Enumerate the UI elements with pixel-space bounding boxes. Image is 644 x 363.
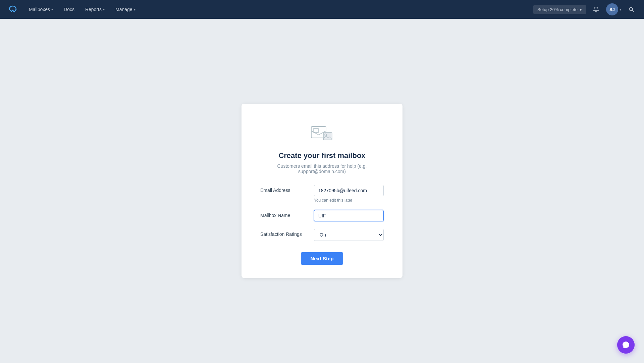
- nav-manage[interactable]: Manage ▾: [111, 4, 140, 15]
- mailbox-name-label: Mailbox Name: [260, 210, 314, 218]
- mailbox-name-input[interactable]: [314, 210, 384, 221]
- navbar: Mailboxes ▾ Docs Reports ▾ Manage ▾ Setu…: [0, 0, 644, 19]
- satisfaction-label: Satisfaction Ratings: [260, 229, 314, 237]
- svg-rect-2: [313, 128, 319, 133]
- create-mailbox-card: Create your first mailbox Customers emai…: [241, 104, 402, 278]
- nav-docs[interactable]: Docs: [59, 4, 79, 15]
- email-group: Email Address You can edit this later: [260, 185, 384, 203]
- chat-button[interactable]: [617, 336, 635, 354]
- satisfaction-select[interactable]: On Off: [314, 229, 384, 241]
- nav-mailboxes[interactable]: Mailboxes ▾: [24, 4, 58, 15]
- email-hint: You can edit this later: [314, 198, 384, 203]
- search-button[interactable]: [625, 3, 637, 15]
- avatar: SJ: [606, 3, 618, 15]
- app-logo[interactable]: [7, 3, 19, 15]
- mailbox-icon: [309, 120, 335, 145]
- satisfaction-group: Satisfaction Ratings On Off: [260, 229, 384, 241]
- main-content: Create your first mailbox Customers emai…: [0, 19, 644, 363]
- account-chevron-icon: ▾: [620, 8, 621, 11]
- nav-links: Mailboxes ▾ Docs Reports ▾ Manage ▾: [24, 4, 533, 15]
- next-step-button[interactable]: Next Step: [301, 252, 343, 265]
- manage-chevron-icon: ▾: [134, 8, 136, 11]
- nav-right: Setup 20% complete ▾ SJ ▾: [533, 3, 637, 15]
- card-subtitle: Customers email this address for help (e…: [260, 163, 384, 174]
- mailbox-name-field-wrap: [314, 210, 384, 221]
- email-label: Email Address: [260, 185, 314, 193]
- email-field-wrap: You can edit this later: [314, 185, 384, 203]
- notifications-button[interactable]: [590, 3, 602, 15]
- nav-reports[interactable]: Reports ▾: [80, 4, 109, 15]
- mailboxes-chevron-icon: ▾: [51, 8, 53, 11]
- mailbox-name-group: Mailbox Name: [260, 210, 384, 221]
- reports-chevron-icon: ▾: [103, 8, 105, 11]
- setup-progress[interactable]: Setup 20% complete ▾: [533, 5, 586, 14]
- card-title: Create your first mailbox: [278, 151, 365, 160]
- email-input[interactable]: [314, 185, 384, 196]
- account-button[interactable]: SJ ▾: [606, 3, 621, 15]
- svg-rect-3: [323, 133, 332, 140]
- satisfaction-field-wrap: On Off: [314, 229, 384, 241]
- setup-chevron-icon: ▾: [580, 7, 582, 12]
